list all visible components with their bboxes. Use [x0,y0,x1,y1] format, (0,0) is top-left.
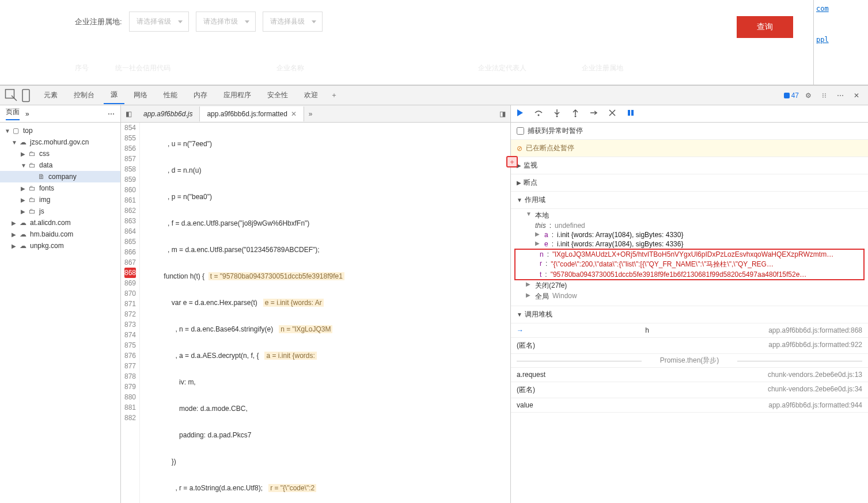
page-content: 企业注册属地: 请选择省级 请选择市级 请选择县级 查询 序号 统一社会信用代码… [0,0,868,85]
deactivate-icon[interactable] [608,108,617,119]
close-devtools-icon[interactable]: ✕ [850,89,863,102]
step-over-icon[interactable] [534,108,543,119]
inspect-icon[interactable] [5,89,18,102]
tree-img[interactable]: ▶🗀img [0,194,120,205]
svg-rect-5 [628,110,630,116]
tab-network[interactable]: 网络 [127,87,154,104]
tree-js[interactable]: ▶🗀js [0,205,120,217]
file-tree: ▼▢top ▼☁jzsc.mohurd.gov.cn ▶🗀css ▼🗀data … [0,123,120,503]
tab-application[interactable]: 应用程序 [217,87,258,104]
scope-section[interactable]: ▼作用域 [511,192,868,209]
hint-com[interactable]: com [816,5,866,13]
async-divider: Promise.then(异步) [511,354,868,368]
settings-icon[interactable]: ⚙ [801,89,815,102]
page-tab[interactable]: 页面 [6,107,20,120]
pause-on-exception-row: 捕获到异常时暂停 [511,123,868,140]
svg-point-3 [556,116,558,117]
more-tabs-icon[interactable]: » [304,110,317,118]
query-button[interactable]: 查询 [737,16,793,38]
province-select[interactable]: 请选择省级 [129,12,189,32]
tree-company[interactable]: 🗎company [0,171,120,182]
callstack-frame-0[interactable]: happ.a9f6bb6d.js:formatted:868 [511,323,868,338]
th-seq: 序号 [75,63,115,73]
issues-count[interactable]: 47 [784,92,799,100]
breakpoints-section[interactable]: ▶断点 [511,174,868,192]
nav-menu-icon[interactable]: ⋯ [108,110,115,118]
city-select[interactable]: 请选择市级 [196,12,256,32]
breakpoint-868: 868 [124,268,136,278]
tab-sources[interactable]: 源 [104,86,124,104]
hint-ppl[interactable]: ppl [816,36,866,44]
region-label: 企业注册属地: [75,17,122,27]
svg-point-4 [575,116,577,117]
nav-more-icon[interactable]: » [25,110,29,118]
svg-point-2 [538,115,540,116]
more-icon[interactable]: ⋯ [833,89,847,102]
tree-top[interactable]: ▼▢top [0,125,120,136]
tree-alicdn[interactable]: ▶☁at.alicdn.com [0,217,120,228]
tab-welcome[interactable]: 欢迎 [297,87,325,104]
table-header-row: 序号 统一社会信用代码 企业名称 企业法定代表人 企业注册属地 [75,63,793,73]
paused-banner: 已在断点处暂停 [511,140,868,157]
tab-performance[interactable]: 性能 [157,87,184,104]
svg-rect-1 [22,89,29,101]
tree-baidu[interactable]: ▶☁hm.baidu.com [0,228,120,240]
tab-console[interactable]: 控制台 [67,87,101,104]
callstack-frame-2[interactable]: a.requestchunk-vendors.2ebe6e0d.js:13 [511,368,868,382]
svg-rect-6 [631,110,634,116]
pause-exception-checkbox[interactable] [517,127,524,135]
tree-domain[interactable]: ▼☁jzsc.mohurd.gov.cn [0,136,120,148]
th-code: 统一社会信用代码 [115,63,276,73]
devtools: 元素 控制台 源 网络 性能 内存 应用程序 安全性 欢迎 ＋ 47 ⚙ ⁝⁝ … [0,85,868,503]
tab-elements[interactable]: 元素 [37,87,65,104]
device-icon[interactable] [21,89,35,102]
tab-security[interactable]: 安全性 [260,87,295,104]
callstack-frame-1[interactable]: (匿名)app.a9f6bb6d.js:formatted:922 [511,338,868,354]
file-tab-2[interactable]: app.a9f6bb6d.js:formatted✕ [200,106,304,121]
scope-global[interactable]: ▶全局Window [511,291,868,302]
th-region: 企业注册属地 [582,63,668,73]
tree-css[interactable]: ▶🗀css [0,148,120,159]
tree-unpkg[interactable]: ▶☁unpkg.com [0,240,120,252]
tab-memory[interactable]: 内存 [187,87,214,104]
th-name: 企业名称 [276,63,478,73]
toggle-nav-icon[interactable]: ◧ [121,110,137,118]
scope-local-header[interactable]: ▼本地 [511,210,868,221]
step-icon[interactable] [589,108,598,119]
right-hint-panel: com ppl [813,0,868,85]
close-tab-icon[interactable]: ✕ [291,110,297,118]
tree-fonts[interactable]: ▶🗀fonts [0,182,120,194]
pause-exceptions-icon[interactable] [626,108,635,119]
watch-section[interactable]: ＋ ▶监视 [511,157,868,174]
callstack-frame-3[interactable]: (匿名)chunk-vendors.2ebe6e0d.js:34 [511,382,868,398]
county-select[interactable]: 请选择县级 [263,12,323,32]
add-tab-icon[interactable]: ＋ [327,89,341,102]
customize-icon[interactable]: ⁝⁝ [817,89,831,102]
debug-toolbar [511,105,868,123]
highlighted-vars: n: "lXgLoJQ3MAUdzLX+ORj5/htvITBoH5nVYgxU… [514,249,865,280]
debugger-panel: 捕获到异常时暂停 已在断点处暂停 ＋ ▶监视 ▶断点 ▼作用域 ▼本地 this… [511,105,868,503]
resume-icon[interactable] [516,108,525,119]
callstack-section[interactable]: ▼调用堆栈 [511,306,868,323]
navigator-panel: 页面 » ⋯ ▼▢top ▼☁jzsc.mohurd.gov.cn ▶🗀css … [0,105,121,503]
editor-panel: ◧ app.a9f6bb6d.js app.a9f6bb6d.js:format… [121,105,511,503]
scope-local: ▼本地 this: undefined ▶a: i.init {words: A… [511,209,868,306]
devtools-tabbar: 元素 控制台 源 网络 性能 内存 应用程序 安全性 欢迎 ＋ 47 ⚙ ⁝⁝ … [0,86,868,105]
step-out-icon[interactable] [571,108,580,119]
step-into-icon[interactable] [552,108,562,119]
toggle-debug-icon[interactable]: ◨ [495,110,510,118]
code-editor[interactable]: 8548558568578588598608618628638648658668… [121,123,510,503]
add-watch-icon[interactable]: ＋ [506,156,518,167]
code-lines: , u = n("7eed") , d = n.n(u) , p = n("be… [140,123,510,503]
scope-closure[interactable]: ▶关闭(27fe) [511,280,868,291]
file-tab-1[interactable]: app.a9f6bb6d.js [137,106,200,121]
line-gutter[interactable]: 8548558568578588598608618628638648658668… [121,123,140,503]
tree-data[interactable]: ▼🗀data [0,159,120,171]
callstack-frame-4[interactable]: valueapp.a9f6bb6d.js:formatted:944 [511,398,868,413]
th-legal: 企业法定代表人 [478,63,582,73]
